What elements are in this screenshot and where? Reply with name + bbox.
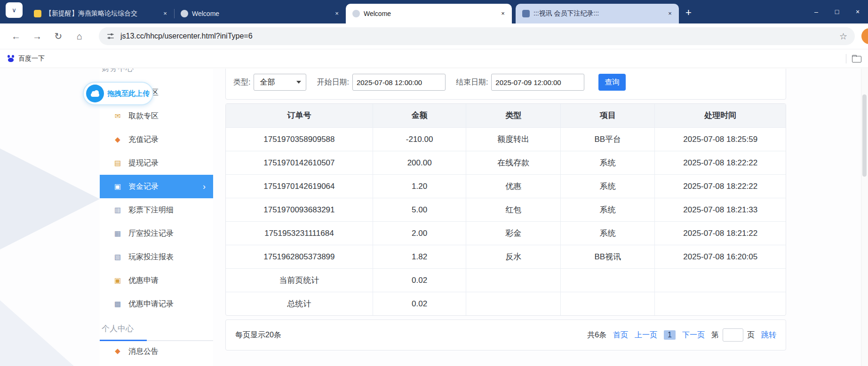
maximize-button[interactable]: □	[827, 0, 847, 23]
cell-time: 2025-07-08 18:25:59	[654, 128, 785, 151]
cell-order-no: 1751970142610507	[226, 151, 373, 174]
sidebar-item-label: 彩票下注明细	[128, 205, 174, 215]
sidebar-item-funds-records[interactable]: ▣ 资金记录 ›	[100, 175, 213, 198]
window-controls: – □ ×	[806, 0, 868, 23]
table-row: 1751953231111684 2.00 彩金 系统 2025-07-08 1…	[226, 221, 786, 245]
minimize-button[interactable]: –	[806, 0, 827, 23]
sidebar-item-lottery-bet-detail[interactable]: ▥ 彩票下注明细	[100, 198, 213, 222]
first-page-link[interactable]: 首页	[613, 330, 628, 340]
cell-summary-label: 总统计	[226, 292, 373, 315]
cell-type: 彩金	[466, 222, 560, 245]
new-tab-button[interactable]: +	[685, 7, 692, 19]
tab-welcome-1[interactable]: Welcome ×	[174, 4, 346, 23]
table-row: 1751970093683291 5.00 红包 系统 2025-07-08 1…	[226, 198, 786, 221]
table-row: 1751970358909588 -210.00 额度转出 BB平台 2025-…	[226, 127, 786, 151]
home-icon[interactable]: ⌂	[71, 28, 88, 45]
type-select[interactable]: 全部	[254, 74, 306, 91]
cell-time: 2025-07-08 18:21:22	[654, 222, 785, 245]
sidebar-item-hall-bet-records[interactable]: ▦ 厅室投注记录	[100, 222, 213, 245]
back-icon[interactable]: ←	[8, 28, 24, 45]
sidebar-item-player-bet-report[interactable]: ▧ 玩家投注报表	[100, 245, 213, 269]
cell-order-no: 1751970358909588	[226, 128, 373, 151]
cell-time: 2025-07-08 18:21:33	[654, 198, 785, 221]
profile-avatar[interactable]	[861, 28, 868, 44]
start-date-label: 开始日期:	[317, 74, 349, 91]
end-date-input[interactable]	[491, 74, 584, 91]
search-button[interactable]: 查询	[598, 74, 626, 91]
filter-bar: 类型: 全部 开始日期: 结束日期: 查询	[225, 69, 786, 100]
tab-video-records[interactable]: :::视讯 会员下注纪录::: ×	[516, 4, 679, 23]
bookmark-baidu[interactable]: 百度一下	[7, 55, 45, 63]
player-bet-report-icon: ▧	[113, 253, 122, 261]
cell-empty	[560, 292, 655, 315]
url-text[interactable]: js13.cc/hhcp/usercenter.html?iniType=6	[120, 32, 253, 40]
cell-empty	[654, 292, 785, 315]
cell-type: 红包	[466, 198, 560, 221]
close-tab-icon[interactable]: ×	[666, 9, 674, 18]
chevron-right-icon: ›	[203, 182, 206, 192]
current-page-badge[interactable]: 1	[664, 330, 676, 340]
jump-button[interactable]: 跳转	[761, 330, 776, 340]
sidebar-item-label: 取款专区	[128, 111, 159, 121]
close-window-button[interactable]: ×	[847, 0, 868, 23]
page-content: 拖拽至此上传 财务中心 ▦ 存款专区 ✉ 取款专区 ◆ 充值记录 ▤	[0, 69, 868, 366]
sidebar-item-label: 充值记录	[128, 135, 159, 145]
tab-title: Welcome	[364, 10, 495, 17]
cell-project: 系统	[560, 222, 655, 245]
sidebar-item-promo-apply-records[interactable]: ▩ 优惠申请记录	[100, 292, 213, 316]
column-header: 类型	[466, 104, 560, 127]
cell-amount: -210.00	[373, 128, 466, 151]
tab-search-button[interactable]: ∨	[6, 2, 23, 18]
jump-suffix-label: 页	[747, 330, 755, 340]
next-page-link[interactable]: 下一页	[682, 330, 705, 340]
table-header-row: 订单号 金额 类型 项目 处理时间	[226, 104, 786, 127]
close-tab-icon[interactable]: ×	[499, 9, 507, 18]
bookmarks-bar: 百度一下	[0, 49, 868, 68]
chevron-down-icon: ∨	[12, 7, 16, 14]
table-row: 1751970142619064 1.20 优惠 系统 2025-07-08 1…	[226, 174, 786, 198]
column-header: 订单号	[226, 104, 373, 127]
sidebar-item-label: 玩家投注报表	[128, 252, 174, 262]
cell-amount: 0.02	[373, 292, 466, 315]
refresh-icon[interactable]: ↻	[50, 28, 67, 45]
jump-page-input[interactable]	[723, 328, 743, 342]
scrollbar-thumb[interactable]	[862, 94, 867, 177]
table-row: 1751970142610507 200.00 在线存款 系统 2025-07-…	[226, 151, 786, 174]
close-tab-icon[interactable]: ×	[333, 9, 341, 18]
sidebar-item-recharge-records[interactable]: ◆ 充值记录	[100, 128, 213, 151]
forward-icon[interactable]: →	[29, 28, 46, 45]
tab-bar: ∨ 【新提醒】海燕策略论坛综合交 × Welcome × Welcome × :…	[0, 0, 868, 23]
site-info-icon[interactable]	[106, 32, 115, 40]
sidebar-item-promo-apply[interactable]: ▣ 优惠申请	[100, 269, 213, 292]
cell-project: 系统	[560, 198, 655, 221]
cell-amount: 1.20	[373, 175, 466, 198]
funds-record-icon: ▣	[113, 182, 122, 191]
upload-cloud-badge	[86, 85, 104, 102]
cell-order-no: 1751970093683291	[226, 198, 373, 221]
drag-upload-target[interactable]: 拖拽至此上传	[83, 82, 153, 105]
tab-welcome-active[interactable]: Welcome ×	[346, 4, 512, 23]
cell-amount: 0.02	[373, 269, 466, 292]
sidebar-item-announcements[interactable]: ◆ 消息公告	[100, 341, 213, 366]
bookmark-star-icon[interactable]: ☆	[839, 31, 847, 42]
browser-window: ∨ 【新提醒】海燕策略论坛综合交 × Welcome × Welcome × :…	[0, 0, 868, 366]
address-bar[interactable]: js13.cc/hhcp/usercenter.html?iniType=6 ☆	[99, 27, 855, 45]
prev-page-link[interactable]: 上一页	[635, 330, 657, 340]
jump-prefix-label: 第	[711, 330, 719, 340]
per-page-text: 每页显示20条	[235, 330, 281, 340]
recharge-record-icon: ◆	[113, 135, 122, 144]
other-bookmarks-folder-icon[interactable]	[852, 55, 861, 62]
cell-order-no: 1751962805373899	[226, 245, 373, 268]
cell-project: BB视讯	[560, 245, 655, 268]
column-header: 处理时间	[654, 104, 785, 127]
start-date-input[interactable]	[352, 74, 446, 91]
tab-forum[interactable]: 【新提醒】海燕策略论坛综合交 ×	[27, 4, 174, 23]
pagination-controls: 共6条 首页 上一页 1 下一页 第 页 跳转	[581, 328, 776, 342]
close-tab-icon[interactable]: ×	[161, 9, 169, 18]
cell-empty	[466, 292, 560, 315]
pagination-bar: 每页显示20条 共6条 首页 上一页 1 下一页 第 页 跳转	[225, 319, 786, 350]
cell-amount: 200.00	[373, 151, 466, 174]
sidebar-item-withdrawal-zone[interactable]: ✉ 取款专区	[100, 104, 213, 128]
upload-hint-label: 拖拽至此上传	[107, 89, 150, 98]
sidebar-item-withdraw-records[interactable]: ▤ 提现记录	[100, 151, 213, 175]
